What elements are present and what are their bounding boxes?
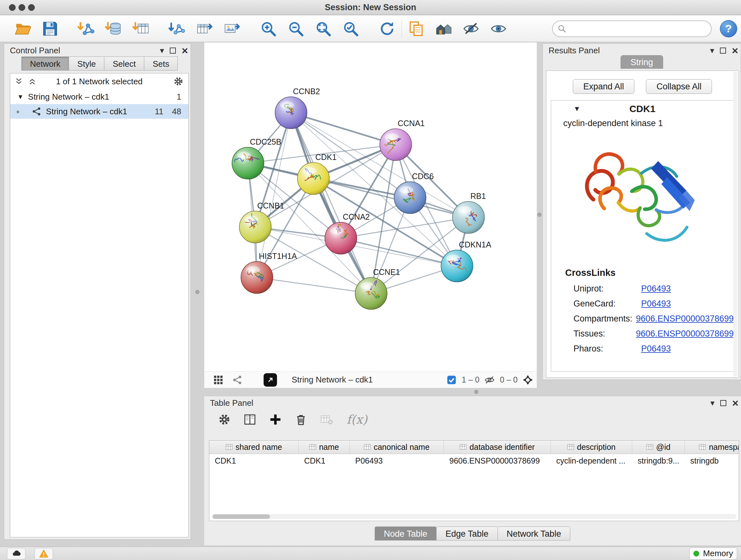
table-settings-button[interactable] (217, 412, 232, 427)
panel-close-icon[interactable]: × (732, 45, 738, 56)
import-table-button[interactable] (131, 19, 151, 39)
disclosure-triangle-icon[interactable]: ▼ (574, 105, 581, 113)
tab-network[interactable]: Network (21, 57, 69, 71)
column-header-@id[interactable]: @id (632, 441, 685, 454)
export-table-button[interactable] (195, 19, 214, 39)
network-node-RB1[interactable] (453, 201, 484, 233)
panel-close-icon[interactable]: × (182, 45, 188, 56)
import-network-file-button[interactable] (76, 19, 96, 39)
zoom-selected-button[interactable] (341, 19, 360, 39)
gear-icon[interactable] (173, 76, 184, 87)
pan-move-icon[interactable] (522, 374, 534, 386)
network-node-CCNB2[interactable] (275, 97, 307, 129)
tab-select[interactable]: Select (104, 57, 144, 71)
column-header-description[interactable]: description (551, 441, 632, 454)
crosslink-value[interactable]: P06493 (641, 344, 671, 354)
help-button[interactable]: ? (720, 20, 737, 37)
warnings-button[interactable] (35, 548, 53, 559)
string-network-icon (32, 107, 42, 116)
network-edge[interactable] (341, 238, 457, 266)
column-header-name[interactable]: name (299, 441, 350, 454)
hidden-eye-slash-icon[interactable] (484, 374, 495, 386)
export-view-button[interactable] (264, 373, 277, 387)
panel-maximize-icon[interactable] (720, 400, 726, 406)
panel-float-icon[interactable]: ▾ (711, 399, 715, 407)
panel-float-icon[interactable]: ▾ (710, 46, 714, 55)
network-node-CDC25B[interactable] (232, 147, 264, 179)
zoom-out-icon (287, 20, 305, 37)
search-input[interactable] (569, 23, 706, 34)
zoom-out-button[interactable] (286, 19, 306, 39)
import-network-database-button[interactable] (104, 19, 123, 39)
zoom-fit-button[interactable] (313, 19, 333, 39)
new-network-from-selection-button[interactable] (167, 19, 187, 39)
collapse-all-button[interactable]: Collapse All (646, 79, 712, 94)
network-node-CCNA2[interactable] (325, 222, 357, 254)
network-edge[interactable] (291, 113, 371, 294)
tab-style[interactable]: Style (69, 57, 105, 71)
export-image-button[interactable] (222, 19, 242, 39)
network-canvas[interactable]: CCNB2CCNA1CDC25BCDK1CDC6RB1CCNB1CCNA2CDK… (204, 43, 537, 371)
network-edge[interactable] (291, 113, 396, 145)
crosslink-value[interactable]: 9606.ENSP00000378699 (636, 329, 734, 339)
horizontal-splitter-handle[interactable] (474, 390, 478, 394)
results-scrollbar[interactable] (733, 71, 738, 377)
panel-maximize-icon[interactable] (170, 48, 176, 54)
window-minimize-button[interactable] (18, 4, 25, 11)
column-header-namespace[interactable]: namespace (685, 441, 739, 454)
network-node-CCNE1[interactable] (355, 277, 387, 309)
network-node-CCNB1[interactable] (239, 210, 271, 243)
table-row[interactable]: CDK1CDK1P064939606.ENSP00000378699cyclin… (209, 454, 739, 468)
network-node-CCNA1[interactable] (380, 129, 412, 161)
network-share-icon[interactable] (232, 374, 243, 386)
open-session-button[interactable] (13, 19, 32, 39)
tab-network-table[interactable]: Network Table (497, 526, 570, 541)
network-node-HIST1H1A[interactable] (241, 261, 273, 294)
vertical-splitter-handle[interactable] (537, 212, 542, 217)
expand-all-button[interactable]: Expand All (573, 79, 635, 94)
hide-graphics-details-button[interactable] (461, 19, 481, 39)
network-row[interactable]: ● String Network – cdk1 11 48 (10, 104, 188, 119)
home-button[interactable] (434, 19, 454, 39)
column-header-canonical-name[interactable]: canonical name (350, 441, 444, 454)
tab-edge-table[interactable]: Edge Table (436, 526, 498, 541)
vertical-splitter-handle[interactable] (195, 290, 199, 294)
network-collection-row[interactable]: ▼ String Network – cdk1 1 (10, 89, 188, 104)
apply-layout-button[interactable] (377, 19, 397, 39)
panel-float-icon[interactable]: ▾ (160, 46, 164, 55)
network-node-CDC6[interactable] (394, 182, 426, 213)
crosslink-value[interactable]: P06493 (641, 299, 671, 309)
tab-node-table[interactable]: Node Table (375, 526, 436, 541)
crosslink-value[interactable]: P06493 (641, 284, 671, 294)
network-node-CDK1[interactable] (297, 163, 329, 194)
column-header-shared-name[interactable]: shared name (209, 441, 299, 454)
panel-maximize-icon[interactable] (720, 48, 726, 54)
delete-column-button[interactable] (293, 412, 308, 427)
tab-sets[interactable]: Sets (144, 57, 178, 71)
column-header-database-identifier[interactable]: database identifier (444, 441, 551, 454)
save-session-button[interactable] (40, 19, 60, 39)
birds-eye-view-icon[interactable] (212, 374, 224, 386)
window-zoom-button[interactable] (28, 4, 35, 11)
horizontal-scrollbar[interactable] (212, 514, 736, 519)
function-builder-button[interactable]: f(x) (347, 413, 367, 427)
tab-string[interactable]: String (621, 55, 663, 69)
disclosure-triangle-icon[interactable]: ▼ (17, 93, 23, 101)
add-column-button[interactable] (268, 412, 283, 427)
show-graphics-details-button[interactable] (488, 19, 509, 39)
gene-entry-header[interactable]: ▼ CDK1 (551, 101, 734, 117)
network-node-CDKN1A[interactable] (441, 250, 473, 282)
crosslink-value[interactable]: 9606.ENSP00000378699 (636, 314, 734, 324)
zoom-in-button[interactable] (259, 19, 278, 39)
selected-checkbox-icon[interactable] (446, 374, 457, 386)
plus-icon (269, 413, 282, 426)
memory-button[interactable]: Memory (689, 548, 737, 560)
search-box[interactable] (552, 20, 712, 37)
scrollbar-thumb[interactable] (212, 514, 270, 519)
panel-close-icon[interactable]: × (732, 397, 738, 408)
documents-button[interactable] (406, 19, 426, 39)
show-columns-button[interactable] (243, 412, 257, 427)
window-close-button[interactable] (9, 4, 16, 11)
network-edge[interactable] (257, 277, 371, 294)
cloud-status-button[interactable] (7, 548, 25, 559)
